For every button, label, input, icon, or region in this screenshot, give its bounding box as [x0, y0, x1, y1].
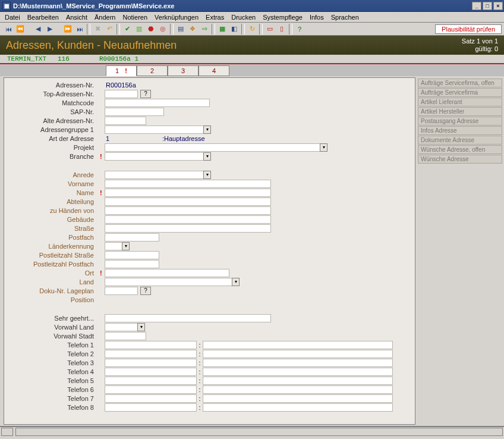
tel8-num-field[interactable] — [105, 403, 197, 412]
branche-dropdown-icon[interactable]: ▾ — [203, 152, 211, 161]
refresh-icon[interactable]: ↻ — [247, 24, 257, 35]
undo-icon[interactable]: ↶ — [104, 24, 115, 35]
abteilung-field[interactable] — [105, 197, 271, 206]
tel7-desc-field[interactable] — [203, 394, 393, 403]
menu-notieren[interactable]: Notieren — [120, 14, 152, 21]
link2-icon[interactable]: ▯ — [276, 24, 287, 35]
land-dropdown-icon[interactable]: ▾ — [232, 278, 240, 286]
nav-next-icon[interactable]: ▶ — [45, 24, 55, 35]
laenderk-field[interactable] — [105, 242, 122, 250]
anrede-dropdown-icon[interactable]: ▾ — [203, 171, 211, 179]
side-postausgang[interactable]: Postausgang Adresse — [418, 117, 502, 126]
maximize-button[interactable]: □ — [483, 2, 492, 10]
land-field[interactable] — [105, 278, 232, 286]
nav-rewind-icon[interactable]: ⏪ — [15, 24, 26, 35]
zuhaenden-field[interactable] — [105, 206, 271, 215]
target-icon[interactable]: ◎ — [158, 24, 168, 35]
tel6-desc-field[interactable] — [203, 385, 393, 394]
vorwahl-stadt-field[interactable] — [105, 332, 146, 340]
anrede-field[interactable] — [105, 171, 204, 179]
menu-ansicht[interactable]: Ansicht — [64, 14, 92, 21]
top-adressen-field[interactable] — [105, 90, 138, 98]
side-auftraege[interactable]: Aufträge Servicefirma — [418, 88, 502, 97]
matchcode-field[interactable] — [105, 99, 210, 107]
nav-first-icon[interactable]: ⏮ — [3, 24, 14, 35]
laenderk-dropdown-icon[interactable]: ▾ — [122, 242, 130, 250]
gebaeude-field[interactable] — [105, 215, 271, 224]
gruppe-dropdown-icon[interactable]: ▾ — [203, 126, 211, 134]
tel2-num-field[interactable] — [105, 350, 197, 358]
link1-icon[interactable]: ▭ — [264, 24, 275, 35]
menu-verknuepfungen[interactable]: Verknüpfungen — [152, 14, 203, 21]
plz-str-field[interactable] — [105, 251, 159, 259]
misc-icon[interactable]: ◧ — [229, 24, 240, 35]
tel6-num-field[interactable] — [105, 385, 197, 394]
close-button[interactable]: × — [493, 2, 503, 10]
lbl-branche: Branche — [8, 153, 100, 160]
menu-aendern[interactable]: Ändern — [92, 14, 120, 21]
nav-prev-icon[interactable]: ◀ — [33, 24, 43, 35]
plz-pf-field[interactable] — [105, 260, 159, 268]
alte-adressen-field[interactable] — [105, 117, 146, 125]
nav-last-icon[interactable]: ⏭ — [74, 24, 85, 35]
vorwahl-land-dropdown-icon[interactable]: ▾ — [137, 323, 145, 331]
menu-sprachen[interactable]: Sprachen — [329, 14, 364, 21]
strasse-field[interactable] — [105, 224, 271, 233]
export-icon[interactable]: ⇨ — [199, 24, 210, 35]
name-field[interactable] — [105, 189, 271, 197]
tel3-desc-field[interactable] — [203, 359, 393, 367]
menu-extras[interactable]: Extras — [203, 14, 229, 21]
top-adressen-lookup-button[interactable]: ? — [140, 90, 151, 98]
tel7-num-field[interactable] — [105, 394, 197, 403]
form-icon[interactable]: ▥ — [134, 24, 144, 35]
menu-datei[interactable]: Datei — [2, 14, 25, 21]
tab-3[interactable]: 3 — [168, 65, 199, 76]
projekt-field[interactable] — [105, 143, 320, 152]
tel5-num-field[interactable] — [105, 377, 197, 385]
tel3-num-field[interactable] — [105, 359, 197, 367]
tel1-num-field[interactable] — [105, 341, 197, 349]
confirm-icon[interactable]: ✔ — [122, 24, 133, 35]
tel1-desc-field[interactable] — [203, 341, 393, 349]
stop-icon[interactable]: ⬣ — [146, 24, 156, 35]
doc-icon[interactable]: ▤ — [175, 24, 186, 35]
nav-forward-icon[interactable]: ⏩ — [62, 24, 73, 35]
record-key: R000156a 1 — [99, 55, 138, 62]
help-icon[interactable]: ? — [294, 24, 305, 35]
menu-bearbeiten[interactable]: Bearbeiten — [25, 14, 64, 21]
doku-lookup-button[interactable]: ? — [140, 287, 151, 295]
side-wuensche[interactable]: Wünsche Adresse — [418, 155, 502, 164]
gruppe-field[interactable] — [105, 126, 204, 134]
tab-1[interactable]: 1 ! — [106, 65, 137, 76]
side-auftraege-offen[interactable]: Aufträge Servicefirma, offen — [418, 79, 502, 87]
side-artikel-hersteller[interactable]: Artikel Hersteller — [418, 107, 502, 116]
menu-systempflege[interactable]: Systempflege — [260, 14, 307, 21]
doku-field[interactable] — [105, 287, 138, 295]
tel4-num-field[interactable] — [105, 368, 197, 376]
side-artikel-lieferant[interactable]: Artikel Lieferant — [418, 98, 502, 106]
plausibility-button[interactable]: Plausibilität prüfen — [435, 24, 502, 34]
tab-4[interactable]: 4 — [199, 65, 229, 76]
side-infos-adresse[interactable]: Infos Adresse — [418, 126, 502, 135]
tab-2[interactable]: 2 — [137, 65, 168, 76]
projekt-dropdown-icon[interactable]: ▾ — [320, 143, 327, 152]
sap-field[interactable] — [105, 108, 164, 116]
excel-icon[interactable]: ▦ — [217, 24, 228, 35]
tel4-desc-field[interactable] — [203, 368, 393, 376]
vorname-field[interactable] — [105, 180, 271, 188]
postfach-field[interactable] — [105, 233, 159, 242]
ort-field[interactable] — [105, 269, 229, 277]
tel2-desc-field[interactable] — [203, 350, 393, 358]
delete-icon[interactable]: ✖ — [92, 24, 103, 35]
menu-infos[interactable]: Infos — [307, 14, 329, 21]
info-icon[interactable]: ❖ — [187, 24, 198, 35]
menu-drucken[interactable]: Drucken — [229, 14, 260, 21]
minimize-button[interactable]: _ — [472, 2, 481, 10]
tel8-desc-field[interactable] — [203, 403, 393, 412]
side-dokumente[interactable]: Dokumente Adresse — [418, 136, 502, 145]
tel5-desc-field[interactable] — [203, 377, 393, 385]
sehrg-field[interactable] — [105, 314, 271, 322]
side-wuensche-offen[interactable]: Wünsche Adresse, offen — [418, 145, 502, 154]
vorwahl-land-field[interactable] — [105, 323, 138, 331]
branche-field[interactable] — [105, 152, 204, 161]
